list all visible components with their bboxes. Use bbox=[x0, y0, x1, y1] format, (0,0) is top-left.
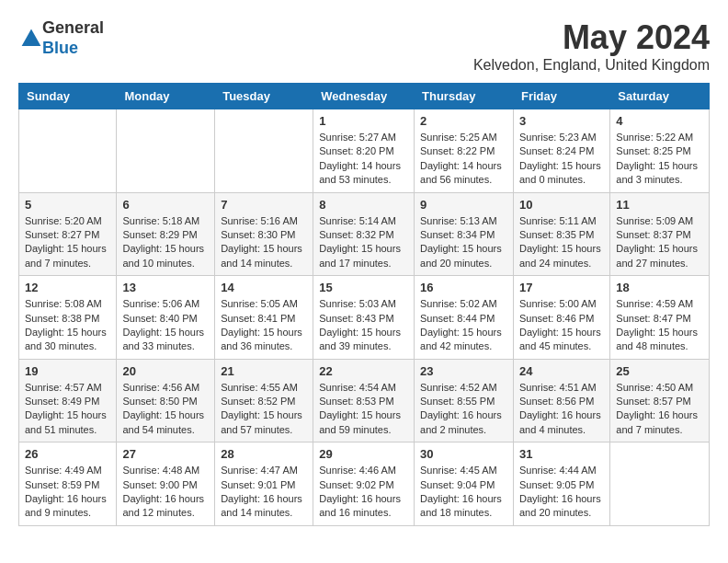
day-info: Sunrise: 4:44 AMSunset: 9:05 PMDaylight:… bbox=[519, 464, 604, 521]
calendar-cell: 10Sunrise: 5:11 AMSunset: 8:35 PMDayligh… bbox=[513, 192, 609, 276]
day-number: 25 bbox=[616, 364, 703, 378]
calendar-cell: 29Sunrise: 4:46 AMSunset: 9:02 PMDayligh… bbox=[313, 442, 415, 526]
day-number: 7 bbox=[221, 198, 307, 212]
calendar-cell bbox=[610, 442, 710, 526]
calendar-cell: 6Sunrise: 5:18 AMSunset: 8:29 PMDaylight… bbox=[117, 192, 215, 276]
day-info: Sunrise: 4:50 AMSunset: 8:57 PMDaylight:… bbox=[616, 381, 703, 438]
day-info: Sunrise: 5:27 AMSunset: 8:20 PMDaylight:… bbox=[319, 131, 408, 188]
calendar-cell: 4Sunrise: 5:22 AMSunset: 8:25 PMDaylight… bbox=[610, 109, 710, 193]
calendar-cell: 23Sunrise: 4:52 AMSunset: 8:55 PMDayligh… bbox=[415, 359, 514, 442]
calendar-cell: 30Sunrise: 4:45 AMSunset: 9:04 PMDayligh… bbox=[415, 442, 514, 526]
calendar-cell: 25Sunrise: 4:50 AMSunset: 8:57 PMDayligh… bbox=[610, 359, 710, 442]
day-number: 13 bbox=[122, 281, 209, 294]
day-number: 6 bbox=[122, 198, 209, 212]
day-info: Sunrise: 4:54 AMSunset: 8:53 PMDaylight:… bbox=[319, 381, 408, 438]
day-of-week-header: Tuesday bbox=[215, 84, 313, 109]
day-number: 16 bbox=[420, 281, 507, 294]
day-info: Sunrise: 5:00 AMSunset: 8:46 PMDaylight:… bbox=[519, 297, 604, 354]
calendar-cell: 22Sunrise: 4:54 AMSunset: 8:53 PMDayligh… bbox=[313, 359, 415, 442]
day-number: 1 bbox=[319, 114, 408, 128]
month-title: May 2024 bbox=[473, 18, 710, 57]
calendar-cell: 28Sunrise: 4:47 AMSunset: 9:01 PMDayligh… bbox=[215, 442, 313, 526]
calendar-week-row: 5Sunrise: 5:20 AMSunset: 8:27 PMDaylight… bbox=[19, 192, 710, 276]
day-info: Sunrise: 5:14 AMSunset: 8:32 PMDaylight:… bbox=[319, 214, 408, 271]
day-number: 11 bbox=[616, 198, 703, 212]
day-info: Sunrise: 4:56 AMSunset: 8:50 PMDaylight:… bbox=[122, 381, 209, 438]
day-info: Sunrise: 4:51 AMSunset: 8:56 PMDaylight:… bbox=[519, 381, 604, 438]
calendar-cell: 12Sunrise: 5:08 AMSunset: 8:38 PMDayligh… bbox=[19, 276, 117, 360]
day-number: 31 bbox=[519, 447, 604, 461]
day-info: Sunrise: 5:22 AMSunset: 8:25 PMDaylight:… bbox=[616, 131, 703, 188]
day-info: Sunrise: 5:20 AMSunset: 8:27 PMDaylight:… bbox=[25, 214, 110, 271]
day-number: 4 bbox=[616, 114, 703, 128]
day-info: Sunrise: 5:23 AMSunset: 8:24 PMDaylight:… bbox=[519, 131, 604, 188]
day-number: 26 bbox=[25, 447, 110, 461]
day-info: Sunrise: 5:08 AMSunset: 8:38 PMDaylight:… bbox=[25, 297, 110, 354]
day-number: 9 bbox=[420, 198, 507, 212]
day-number: 18 bbox=[616, 281, 703, 294]
calendar-cell: 8Sunrise: 5:14 AMSunset: 8:32 PMDaylight… bbox=[313, 192, 415, 276]
calendar-cell: 16Sunrise: 5:02 AMSunset: 8:44 PMDayligh… bbox=[415, 276, 514, 360]
calendar-cell: 9Sunrise: 5:13 AMSunset: 8:34 PMDaylight… bbox=[415, 192, 514, 276]
day-number: 15 bbox=[319, 281, 408, 294]
page-header: General Blue May 2024 Kelvedon, England,… bbox=[18, 18, 710, 74]
day-of-week-header: Friday bbox=[513, 84, 609, 109]
day-info: Sunrise: 5:03 AMSunset: 8:43 PMDaylight:… bbox=[319, 297, 408, 354]
day-info: Sunrise: 4:46 AMSunset: 9:02 PMDaylight:… bbox=[319, 464, 408, 521]
day-info: Sunrise: 4:57 AMSunset: 8:49 PMDaylight:… bbox=[25, 381, 110, 438]
day-number: 17 bbox=[519, 281, 604, 294]
calendar-cell bbox=[215, 109, 313, 193]
logo-general: General bbox=[42, 18, 104, 39]
day-of-week-header: Saturday bbox=[610, 84, 710, 109]
day-of-week-header: Thursday bbox=[415, 84, 514, 109]
day-number: 23 bbox=[420, 364, 507, 378]
calendar-cell bbox=[117, 109, 215, 193]
calendar-cell: 11Sunrise: 5:09 AMSunset: 8:37 PMDayligh… bbox=[610, 192, 710, 276]
day-info: Sunrise: 4:48 AMSunset: 9:00 PMDaylight:… bbox=[122, 464, 209, 521]
day-number: 30 bbox=[420, 447, 507, 461]
calendar-cell: 20Sunrise: 4:56 AMSunset: 8:50 PMDayligh… bbox=[117, 359, 215, 442]
logo: General Blue bbox=[18, 18, 104, 58]
calendar-week-row: 12Sunrise: 5:08 AMSunset: 8:38 PMDayligh… bbox=[19, 276, 710, 360]
day-number: 27 bbox=[122, 447, 209, 461]
svg-marker-0 bbox=[22, 29, 41, 45]
calendar-cell: 7Sunrise: 5:16 AMSunset: 8:30 PMDaylight… bbox=[215, 192, 313, 276]
calendar-cell: 21Sunrise: 4:55 AMSunset: 8:52 PMDayligh… bbox=[215, 359, 313, 442]
calendar-cell: 31Sunrise: 4:44 AMSunset: 9:05 PMDayligh… bbox=[513, 442, 609, 526]
day-number: 22 bbox=[319, 364, 408, 378]
day-info: Sunrise: 5:18 AMSunset: 8:29 PMDaylight:… bbox=[122, 214, 209, 271]
day-info: Sunrise: 5:13 AMSunset: 8:34 PMDaylight:… bbox=[420, 214, 507, 271]
calendar-cell: 13Sunrise: 5:06 AMSunset: 8:40 PMDayligh… bbox=[117, 276, 215, 360]
logo-icon bbox=[20, 28, 42, 50]
day-info: Sunrise: 4:52 AMSunset: 8:55 PMDaylight:… bbox=[420, 381, 507, 438]
day-number: 28 bbox=[221, 447, 307, 461]
day-info: Sunrise: 5:16 AMSunset: 8:30 PMDaylight:… bbox=[221, 214, 307, 271]
calendar-cell: 5Sunrise: 5:20 AMSunset: 8:27 PMDaylight… bbox=[19, 192, 117, 276]
day-number: 10 bbox=[519, 198, 604, 212]
day-info: Sunrise: 4:59 AMSunset: 8:47 PMDaylight:… bbox=[616, 297, 703, 354]
day-number: 5 bbox=[25, 198, 110, 212]
day-info: Sunrise: 5:09 AMSunset: 8:37 PMDaylight:… bbox=[616, 214, 703, 271]
day-of-week-header: Sunday bbox=[19, 84, 117, 109]
day-info: Sunrise: 5:05 AMSunset: 8:41 PMDaylight:… bbox=[221, 297, 307, 354]
calendar-cell bbox=[19, 109, 117, 193]
day-number: 12 bbox=[25, 281, 110, 294]
day-number: 24 bbox=[519, 364, 604, 378]
calendar-cell: 15Sunrise: 5:03 AMSunset: 8:43 PMDayligh… bbox=[313, 276, 415, 360]
calendar-header-row: SundayMondayTuesdayWednesdayThursdayFrid… bbox=[19, 84, 710, 109]
day-number: 29 bbox=[319, 447, 408, 461]
day-info: Sunrise: 5:25 AMSunset: 8:22 PMDaylight:… bbox=[420, 131, 507, 188]
calendar-cell: 19Sunrise: 4:57 AMSunset: 8:49 PMDayligh… bbox=[19, 359, 117, 442]
calendar-cell: 17Sunrise: 5:00 AMSunset: 8:46 PMDayligh… bbox=[513, 276, 609, 360]
day-info: Sunrise: 5:11 AMSunset: 8:35 PMDaylight:… bbox=[519, 214, 604, 271]
calendar-cell: 24Sunrise: 4:51 AMSunset: 8:56 PMDayligh… bbox=[513, 359, 609, 442]
calendar-cell: 27Sunrise: 4:48 AMSunset: 9:00 PMDayligh… bbox=[117, 442, 215, 526]
day-number: 20 bbox=[122, 364, 209, 378]
logo-blue: Blue bbox=[42, 39, 104, 59]
calendar-cell: 14Sunrise: 5:05 AMSunset: 8:41 PMDayligh… bbox=[215, 276, 313, 360]
day-number: 19 bbox=[25, 364, 110, 378]
day-info: Sunrise: 4:55 AMSunset: 8:52 PMDaylight:… bbox=[221, 381, 307, 438]
calendar-cell: 1Sunrise: 5:27 AMSunset: 8:20 PMDaylight… bbox=[313, 109, 415, 193]
calendar-cell: 18Sunrise: 4:59 AMSunset: 8:47 PMDayligh… bbox=[610, 276, 710, 360]
calendar-week-row: 1Sunrise: 5:27 AMSunset: 8:20 PMDaylight… bbox=[19, 109, 710, 193]
